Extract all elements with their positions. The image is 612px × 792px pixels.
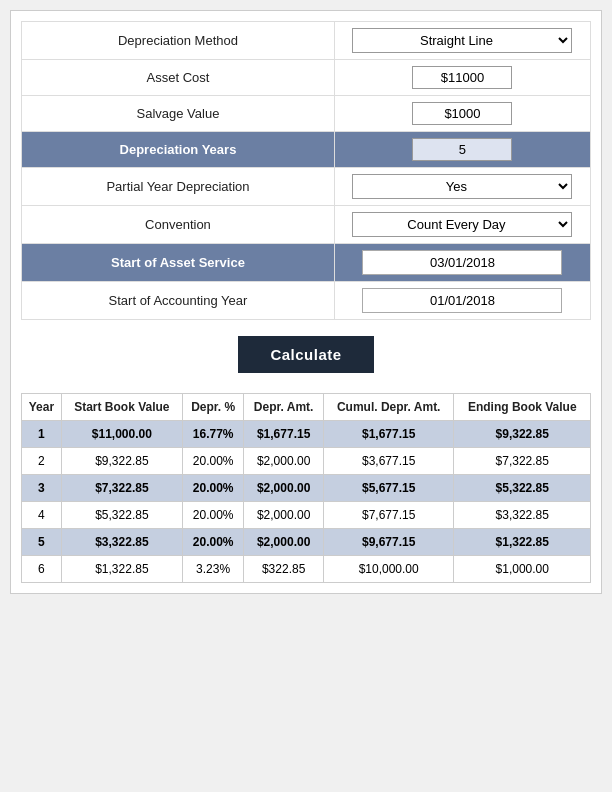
start-book-cell: $9,322.85 (61, 448, 182, 475)
cumul-cell: $5,677.15 (323, 475, 454, 502)
ending-cell: $7,322.85 (454, 448, 591, 475)
col-depr-pct: Depr. % (182, 394, 243, 421)
calculate-button-row: Calculate (21, 336, 591, 373)
depr-pct-cell: 20.00% (182, 502, 243, 529)
start-book-cell: $5,322.85 (61, 502, 182, 529)
year-cell: 6 (22, 556, 62, 583)
table-row: 6$1,322.853.23%$322.85$10,000.00$1,000.0… (22, 556, 591, 583)
cumul-cell: $3,677.15 (323, 448, 454, 475)
depreciation-years-input[interactable] (412, 138, 512, 161)
convention-label: Convention (22, 206, 335, 244)
start-book-cell: $11,000.00 (61, 421, 182, 448)
start-accounting-year-cell (334, 282, 590, 320)
col-cumul: Cumul. Depr. Amt. (323, 394, 454, 421)
depr-pct-cell: 16.77% (182, 421, 243, 448)
depr-amt-cell: $2,000.00 (244, 448, 324, 475)
cumul-cell: $9,677.15 (323, 529, 454, 556)
table-row: 3$7,322.8520.00%$2,000.00$5,677.15$5,322… (22, 475, 591, 502)
start-asset-service-label: Start of Asset Service (22, 244, 335, 282)
convention-select[interactable]: Count Every Day Half Year Mid Month Mid … (352, 212, 572, 237)
depr-pct-cell: 20.00% (182, 448, 243, 475)
asset-cost-input[interactable] (412, 66, 512, 89)
table-row: 2$9,322.8520.00%$2,000.00$3,677.15$7,322… (22, 448, 591, 475)
convention-cell: Count Every Day Half Year Mid Month Mid … (334, 206, 590, 244)
start-book-cell: $3,322.85 (61, 529, 182, 556)
cumul-cell: $10,000.00 (323, 556, 454, 583)
year-cell: 3 (22, 475, 62, 502)
start-asset-service-input[interactable] (362, 250, 562, 275)
cumul-cell: $7,677.15 (323, 502, 454, 529)
ending-cell: $5,322.85 (454, 475, 591, 502)
ending-cell: $3,322.85 (454, 502, 591, 529)
depreciation-years-cell (334, 132, 590, 168)
start-book-cell: $7,322.85 (61, 475, 182, 502)
col-year: Year (22, 394, 62, 421)
depr-pct-cell: 3.23% (182, 556, 243, 583)
col-depr-amt: Depr. Amt. (244, 394, 324, 421)
year-cell: 5 (22, 529, 62, 556)
col-ending: Ending Book Value (454, 394, 591, 421)
depr-pct-cell: 20.00% (182, 475, 243, 502)
cumul-cell: $1,677.15 (323, 421, 454, 448)
depr-pct-cell: 20.00% (182, 529, 243, 556)
start-accounting-year-input[interactable] (362, 288, 562, 313)
salvage-value-label: Salvage Value (22, 96, 335, 132)
table-row: 5$3,322.8520.00%$2,000.00$9,677.15$1,322… (22, 529, 591, 556)
calculate-button[interactable]: Calculate (238, 336, 373, 373)
ending-cell: $9,322.85 (454, 421, 591, 448)
convention-row: Convention Count Every Day Half Year Mid… (22, 206, 591, 244)
year-cell: 2 (22, 448, 62, 475)
results-header-row: Year Start Book Value Depr. % Depr. Amt.… (22, 394, 591, 421)
partial-year-cell: Yes No (334, 168, 590, 206)
start-book-cell: $1,322.85 (61, 556, 182, 583)
results-table: Year Start Book Value Depr. % Depr. Amt.… (21, 393, 591, 583)
start-asset-service-row: Start of Asset Service (22, 244, 591, 282)
year-cell: 1 (22, 421, 62, 448)
main-container: Depreciation Method Straight Line Double… (10, 10, 602, 594)
depr-amt-cell: $2,000.00 (244, 475, 324, 502)
depreciation-method-label: Depreciation Method (22, 22, 335, 60)
col-start-book: Start Book Value (61, 394, 182, 421)
salvage-value-row: Salvage Value (22, 96, 591, 132)
depreciation-years-row: Depreciation Years (22, 132, 591, 168)
form-table: Depreciation Method Straight Line Double… (21, 21, 591, 320)
salvage-value-cell (334, 96, 590, 132)
table-row: 1$11,000.0016.77%$1,677.15$1,677.15$9,32… (22, 421, 591, 448)
ending-cell: $1,322.85 (454, 529, 591, 556)
depreciation-method-cell: Straight Line Double Declining Balance S… (334, 22, 590, 60)
depreciation-method-select[interactable]: Straight Line Double Declining Balance S… (352, 28, 572, 53)
partial-year-label: Partial Year Depreciation (22, 168, 335, 206)
depr-amt-cell: $1,677.15 (244, 421, 324, 448)
depr-amt-cell: $2,000.00 (244, 529, 324, 556)
ending-cell: $1,000.00 (454, 556, 591, 583)
depreciation-years-label: Depreciation Years (22, 132, 335, 168)
asset-cost-label: Asset Cost (22, 60, 335, 96)
table-row: 4$5,322.8520.00%$2,000.00$7,677.15$3,322… (22, 502, 591, 529)
depreciation-method-row: Depreciation Method Straight Line Double… (22, 22, 591, 60)
start-asset-service-cell (334, 244, 590, 282)
partial-year-select[interactable]: Yes No (352, 174, 572, 199)
depr-amt-cell: $322.85 (244, 556, 324, 583)
asset-cost-row: Asset Cost (22, 60, 591, 96)
salvage-value-input[interactable] (412, 102, 512, 125)
start-accounting-year-row: Start of Accounting Year (22, 282, 591, 320)
start-accounting-year-label: Start of Accounting Year (22, 282, 335, 320)
asset-cost-cell (334, 60, 590, 96)
partial-year-row: Partial Year Depreciation Yes No (22, 168, 591, 206)
year-cell: 4 (22, 502, 62, 529)
depr-amt-cell: $2,000.00 (244, 502, 324, 529)
